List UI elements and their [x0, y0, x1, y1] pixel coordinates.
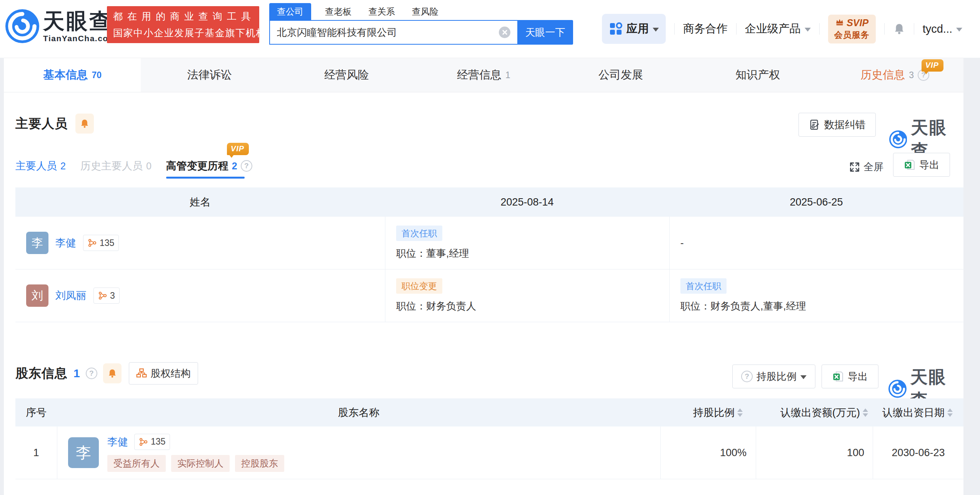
sort-control[interactable]: [863, 408, 868, 417]
staff-subtabs: 主要人员 2 历史主要人员 0 VIP 高管变更历程 2 ?: [15, 158, 252, 174]
logo-domain: TianYanCha.com: [43, 34, 116, 43]
ratio-label: 持股比例: [757, 370, 797, 383]
sort-control[interactable]: [737, 408, 743, 417]
shareholder-tags: 受益所有人 实际控制人 控股股东: [107, 455, 284, 472]
search-tab-risk[interactable]: 查风险: [409, 3, 442, 20]
relations-badge[interactable]: 135: [134, 434, 170, 450]
tab-operational-risk[interactable]: 经营风险: [278, 58, 415, 92]
apps-grid-icon: [609, 22, 623, 36]
tianyancha-swirl-icon: [888, 380, 907, 398]
divider: [884, 23, 885, 35]
fullscreen-icon: [849, 162, 860, 172]
business-coop-link[interactable]: 商务合作: [683, 21, 728, 37]
chevron-down-icon: [653, 28, 659, 32]
shareholder-name-link[interactable]: 李健: [107, 435, 128, 449]
monitor-bell-button[interactable]: [75, 114, 94, 134]
subtab-history-staff[interactable]: 历史主要人员 0: [80, 159, 152, 173]
vip-badge: VIP: [227, 143, 249, 155]
search-tab-company[interactable]: 查公司: [269, 3, 311, 20]
apps-menu[interactable]: 应用: [602, 14, 666, 44]
tab-basic-info[interactable]: 基本信息 70: [4, 58, 141, 92]
subtab-count: 2: [60, 161, 66, 172]
tab-legal-proceedings[interactable]: 法律诉讼: [141, 58, 278, 92]
tab-label: 公司发展: [598, 67, 643, 83]
equity-structure-button[interactable]: 股权结构: [129, 362, 198, 385]
person-name-link[interactable]: 李健: [55, 236, 76, 250]
position-text: 职位：董事,经理: [396, 247, 469, 260]
sort-asc-icon: [737, 408, 743, 412]
tab-label: 经营风险: [324, 67, 369, 83]
column-label: 持股比例: [693, 406, 735, 420]
tab-intellectual-property[interactable]: 知识产权: [689, 58, 826, 92]
search-submit-button[interactable]: 天眼一下: [517, 20, 573, 45]
tianyancha-swirl-icon: [5, 9, 39, 43]
enterprise-products-menu[interactable]: 企业级产品: [745, 21, 811, 37]
svip-label: SVIP: [847, 17, 868, 28]
index-cell: 1: [15, 426, 57, 479]
notification-bell-icon[interactable]: [893, 22, 905, 35]
user-menu[interactable]: tycd...: [923, 23, 962, 35]
data-correction-button[interactable]: 数据纠错: [798, 113, 876, 137]
column-header-date1: 2025-08-14: [385, 196, 669, 208]
subtab-label: 高管变更历程: [166, 159, 228, 173]
tab-company-development[interactable]: 公司发展: [552, 58, 689, 92]
chevron-down-icon: [800, 375, 807, 379]
shareholder-export-button[interactable]: 导出: [822, 365, 878, 388]
table-header-row: 序号 股东名称 持股比例 认缴出资额(万元) 认缴出资日期: [15, 398, 963, 426]
sort-asc-icon: [947, 408, 953, 412]
equity-structure-label: 股权结构: [151, 367, 191, 380]
position-text: 职位：财务负责人: [396, 299, 476, 313]
help-icon[interactable]: ?: [241, 160, 252, 172]
sort-desc-icon: [737, 413, 743, 417]
svip-service-label: 会员服务: [834, 29, 870, 41]
tab-count: 70: [92, 70, 102, 80]
tab-business-info[interactable]: 经营信息 1: [415, 58, 552, 92]
shareholder-cell: 李 李健 135 受益所有人 实际控制人 控股股东: [57, 426, 660, 479]
search-input-wrap: [269, 20, 517, 45]
shareholding-ratio-dropdown[interactable]: ? 持股比例: [732, 365, 815, 388]
subtab-label: 主要人员: [15, 159, 57, 173]
column-label: 认缴出资日期: [882, 406, 945, 420]
beneficial-owner-tag: 受益所有人: [107, 455, 166, 472]
vip-badge: VIP: [922, 59, 943, 72]
help-icon: ?: [741, 371, 753, 382]
person-name-link[interactable]: 刘凤丽: [55, 289, 87, 303]
column-header-amount: 认缴出资额(万元): [756, 406, 873, 420]
chevron-down-icon: [805, 28, 811, 32]
promo-banner: 都在用的商业查询工具 国家中小企业发展子基金旗下机构: [107, 6, 259, 43]
subtab-executive-changes[interactable]: VIP 高管变更历程 2 ?: [166, 159, 252, 173]
search-tab-relation[interactable]: 查关系: [365, 3, 398, 20]
change-cell: 首次任职 职位：董事,经理: [385, 217, 669, 269]
help-icon[interactable]: ?: [86, 368, 97, 379]
position-text: 职位：财务负责人,董事,经理: [680, 299, 806, 313]
sort-control[interactable]: [947, 408, 953, 417]
relations-badge[interactable]: 135: [83, 235, 119, 251]
staff-export-button[interactable]: 导出: [893, 153, 950, 177]
staff-section-header: 主要人员: [15, 114, 94, 134]
relations-count: 135: [151, 436, 165, 447]
clear-icon[interactable]: [499, 27, 510, 38]
bell-icon: [107, 368, 117, 379]
tab-count: 3: [909, 70, 914, 80]
relations-badge[interactable]: 3: [93, 288, 120, 304]
divider: [819, 23, 820, 35]
tab-count: 1: [505, 70, 510, 80]
monitor-bell-button[interactable]: [103, 363, 122, 383]
sort-desc-icon: [947, 413, 953, 417]
main-content: 主要人员 数据纠错 天眼查 主要人员 2 历史主要人员 0 VIP 高管变更历程…: [4, 92, 963, 495]
subtab-key-staff[interactable]: 主要人员 2: [15, 159, 66, 173]
top-bar: 天眼查 TianYanCha.com 都在用的商业查询工具 国家中小企业发展子基…: [0, 0, 980, 58]
search-input[interactable]: [269, 20, 517, 45]
fullscreen-button[interactable]: 全屏: [849, 160, 883, 174]
shareholder-table: 序号 股东名称 持股比例 认缴出资额(万元) 认缴出资日期 1 李 李健: [15, 398, 963, 479]
tab-label: 历史信息: [860, 67, 905, 83]
column-header-index: 序号: [15, 406, 57, 420]
svip-member-button[interactable]: SVIP 会员服务: [828, 15, 876, 43]
tab-history-info[interactable]: VIP 历史信息 3 ?: [827, 58, 963, 92]
search-tab-boss[interactable]: 查老板: [322, 3, 355, 20]
promo-banner-line1: 都在用的商业查询工具: [113, 10, 253, 23]
column-header-shareholder: 股东名称: [57, 406, 660, 420]
executive-changes-table: 姓名 2025-08-14 2025-06-25 李 李健 135 首次任职 职…: [15, 187, 963, 322]
person-cell: 李 李健 135: [15, 217, 385, 269]
tianyancha-logo[interactable]: 天眼查 TianYanCha.com: [5, 9, 116, 43]
